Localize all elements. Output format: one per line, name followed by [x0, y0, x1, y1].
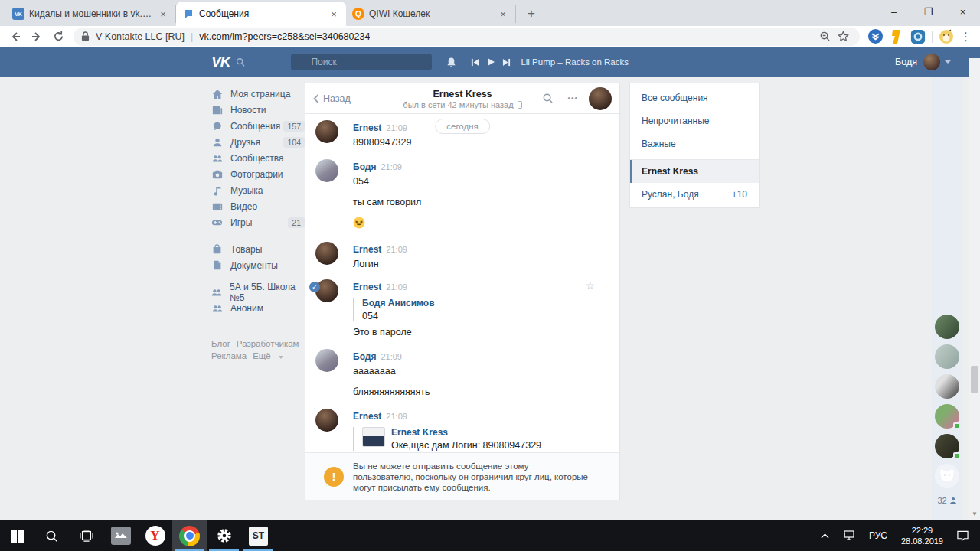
filter-important[interactable]: Важные: [630, 132, 759, 155]
network-icon[interactable]: [836, 520, 862, 551]
quote-author[interactable]: Бодя Анисимов: [362, 298, 604, 308]
message-author[interactable]: Бодя: [353, 161, 376, 172]
dialog-item[interactable]: Руслан, Бодя +10: [630, 183, 759, 206]
new-tab-button[interactable]: +: [521, 3, 542, 24]
minimize-button[interactable]: –: [877, 0, 911, 23]
avatar[interactable]: [935, 464, 959, 488]
action-center-icon[interactable]: [950, 520, 975, 551]
tab-messages[interactable]: Сообщения ×: [176, 2, 346, 26]
avatar[interactable]: [935, 434, 959, 458]
message[interactable]: Бодя21:09 054 ты сам говорил: [305, 152, 619, 232]
notifications-bell-icon[interactable]: [446, 57, 457, 68]
filter-all-messages[interactable]: Все сообщения: [630, 86, 759, 109]
message-author[interactable]: Ernest: [353, 411, 381, 422]
chrome-taskbar-icon[interactable]: [172, 520, 207, 551]
previous-track-icon[interactable]: [471, 58, 479, 67]
message[interactable]: Ernest21:09 Логин: [305, 235, 619, 269]
yandex-browser-icon[interactable]: Y: [138, 520, 172, 551]
restore-button[interactable]: ❐: [911, 0, 946, 23]
profile-menu[interactable]: Бодя: [895, 54, 951, 70]
sidebar-item-friends[interactable]: Друзья 104: [211, 134, 305, 150]
footer-link-more[interactable]: Ещё: [253, 351, 271, 360]
message-author[interactable]: Ernest: [353, 122, 381, 133]
avatar[interactable]: [315, 159, 338, 182]
friends-online-count[interactable]: 32: [937, 496, 956, 505]
task-view-icon[interactable]: [69, 520, 103, 551]
footer-link-developers[interactable]: Разработчикам: [237, 339, 299, 348]
hidden-icons-chevron-icon[interactable]: [814, 520, 836, 551]
message[interactable]: Бодя21:09 аааааааа бляяяяяяяяяяять: [305, 342, 619, 397]
message-author[interactable]: Ernest: [353, 282, 381, 292]
sidebar-item-music[interactable]: Музыка: [211, 182, 305, 198]
hamster-extension-icon[interactable]: [936, 28, 956, 46]
yellow-extension-icon[interactable]: [887, 28, 906, 46]
sidebar-item-market[interactable]: Товары: [211, 241, 305, 257]
avatar[interactable]: [315, 242, 338, 265]
sidebar-item-games[interactable]: Игры 21: [211, 214, 305, 230]
savefrom-extension-icon[interactable]: [865, 28, 885, 46]
back-to-dialogs-button[interactable]: Назад: [313, 93, 351, 104]
message-selected[interactable]: ✓ Ernest21:09 ☆ Бодя Анисимов 054 Это в …: [305, 272, 619, 337]
tab-close-icon[interactable]: ×: [157, 8, 169, 20]
search-in-chat-icon[interactable]: [542, 93, 554, 104]
quoted-message[interactable]: Бодя Анисимов 054: [353, 298, 604, 321]
message[interactable]: Ernest21:09 Ernest Kress Оке,щас дам Лог…: [305, 402, 619, 452]
close-button[interactable]: ×: [946, 0, 980, 23]
back-icon[interactable]: [5, 28, 26, 46]
start-button[interactable]: [0, 520, 34, 551]
sidebar-item-school-community[interactable]: 5А и 5Б. Школа №5: [211, 284, 305, 300]
tab-vk-group[interactable]: VK Кидалы и мошенники в vk.com ×: [6, 5, 176, 23]
language-indicator[interactable]: РУС: [862, 520, 894, 551]
sidebar-item-news[interactable]: Новости: [211, 102, 305, 118]
avatar[interactable]: [935, 404, 959, 429]
taskbar-search-icon[interactable]: [34, 520, 69, 551]
sidebar-item-photos[interactable]: Фотографии: [211, 166, 305, 182]
attachment-thumbnail[interactable]: [362, 427, 385, 447]
vk-logo[interactable]: VK: [211, 54, 230, 70]
blue-lens-extension-icon[interactable]: [908, 28, 928, 46]
avatar[interactable]: [315, 349, 338, 372]
sidebar-item-profile[interactable]: Моя страница: [211, 86, 305, 102]
page-scrollbar[interactable]: ▼: [969, 47, 980, 520]
sidebar-item-communities[interactable]: Сообщества: [211, 150, 305, 166]
quoted-message-with-image[interactable]: Ernest Kress Оке,щас дам Логин: 89080947…: [353, 427, 604, 451]
media-app-icon[interactable]: [103, 520, 138, 551]
message-author[interactable]: Бодя: [353, 351, 376, 362]
filter-unread[interactable]: Непрочитанные: [630, 109, 759, 132]
dialog-item-active[interactable]: Ernest Kress: [630, 160, 759, 183]
avatar[interactable]: [589, 87, 612, 110]
sidebar-item-messages[interactable]: Сообщения 157: [211, 118, 305, 134]
message-author[interactable]: Ernest: [353, 244, 381, 255]
zoom-out-icon[interactable]: [815, 31, 834, 42]
sidebar-item-video[interactable]: Видео: [211, 198, 305, 214]
address-bar[interactable]: V Kontakte LLC [RU] | vk.com/im?peers=c2…: [74, 28, 860, 46]
important-star-icon[interactable]: ☆: [585, 279, 595, 292]
forward-icon[interactable]: [26, 28, 47, 46]
footer-link-blog[interactable]: Блог: [211, 339, 230, 348]
avatar[interactable]: [935, 315, 959, 339]
sidebar-item-documents[interactable]: Документы: [211, 257, 305, 273]
avatar[interactable]: [315, 409, 338, 432]
play-icon[interactable]: [486, 57, 495, 67]
scrollbar-thumb[interactable]: [971, 366, 978, 393]
search-input[interactable]: [291, 54, 432, 70]
next-track-icon[interactable]: [502, 58, 511, 67]
avatar[interactable]: [315, 279, 338, 302]
settings-gear-icon[interactable]: [207, 520, 241, 551]
tab-qiwi[interactable]: Q QIWI Кошелек ×: [346, 5, 516, 23]
avatar[interactable]: [935, 374, 959, 399]
selected-check-icon[interactable]: ✓: [309, 282, 320, 292]
tab-close-icon[interactable]: ×: [497, 8, 509, 20]
reload-icon[interactable]: [47, 28, 69, 46]
footer-link-ads[interactable]: Реклама: [211, 351, 247, 360]
bookmark-star-icon[interactable]: [834, 31, 852, 42]
quote-author[interactable]: Ernest Kress: [391, 427, 541, 438]
scrollbar-down-arrow-icon[interactable]: ▼: [969, 510, 980, 517]
avatar[interactable]: [935, 344, 959, 369]
avatar[interactable]: [315, 120, 338, 143]
st-app-icon[interactable]: ST: [241, 520, 276, 551]
clock[interactable]: 22:29 28.08.2019: [894, 520, 950, 551]
browser-menu-icon[interactable]: ⋮: [957, 30, 975, 44]
message[interactable]: Ernest21:09 89080947329: [305, 116, 619, 148]
chat-actions-icon[interactable]: •••: [567, 94, 578, 103]
